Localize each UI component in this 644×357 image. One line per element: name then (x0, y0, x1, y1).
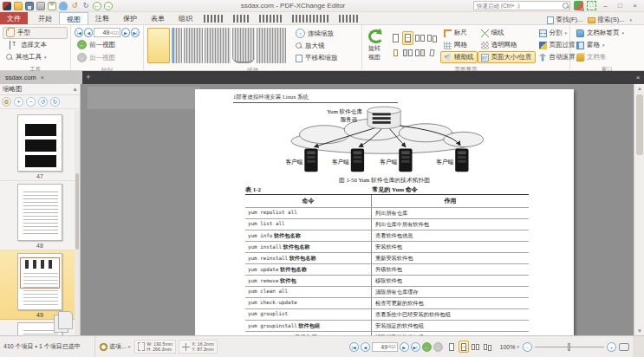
magnifier-button[interactable]: 放大镜 (292, 40, 342, 52)
thumbnail-page-48[interactable]: 48 (0, 181, 80, 250)
layout-extra-3-button[interactable] (414, 46, 426, 60)
undo-icon[interactable]: ↺ (70, 2, 79, 10)
maximize-button[interactable]: □ (615, 1, 626, 11)
viewport-rectangle[interactable] (20, 257, 60, 289)
zoom-slider-knob[interactable] (568, 343, 570, 351)
grid-toggle[interactable]: 网格 (440, 39, 478, 51)
other-tools-button[interactable]: 其他工具 ▾ (3, 51, 68, 63)
layout-single-page-button[interactable] (446, 341, 457, 353)
zoom-slider[interactable] (535, 342, 604, 352)
redo-icon[interactable]: ↻ (81, 2, 90, 10)
page-number-input[interactable]: 49/410 (94, 28, 120, 37)
tab-bar-close-icon[interactable]: × (632, 71, 644, 84)
last-page-button[interactable]: ▶| (131, 28, 140, 37)
thumbnail-page-47[interactable]: 47 (0, 112, 80, 181)
previous-view-button[interactable]: ← 前一视图 (74, 38, 140, 51)
find-button[interactable]: 查找(F)... (547, 16, 582, 24)
select-text-button[interactable]: 选择文本 (3, 39, 68, 51)
document-tab-close-icon[interactable]: × (41, 75, 44, 81)
scroll-up-icon[interactable]: ▲ (634, 84, 644, 93)
document-viewer[interactable]: 1部署虚拟环境安装 Linux 系统 (81, 84, 644, 335)
zoom-in-button[interactable]: + (607, 342, 616, 352)
layout-two-up-continuous-button[interactable] (483, 341, 493, 353)
zoom-preset-3[interactable] (184, 28, 203, 63)
document-set-button[interactable]: 文档集 (573, 51, 641, 63)
next-view-button[interactable]: → 后一视图 (74, 51, 140, 64)
ui-options-icon[interactable] (574, 1, 583, 10)
layout-two-up-continuous-button[interactable] (426, 31, 438, 45)
tab-illegible-3[interactable] (259, 15, 283, 23)
rotate-cw-button[interactable]: ↻ (50, 97, 60, 107)
prev-page-button[interactable]: ◀ (361, 342, 370, 352)
layout-single-page-button[interactable] (390, 31, 401, 45)
pdf-page[interactable]: 1部署虚拟环境安装 Linux 系统 (195, 89, 574, 335)
ribbon-collapse-icon[interactable]: ▾ (629, 17, 632, 23)
search-button[interactable]: 搜索(S)... (588, 16, 624, 24)
last-page-button[interactable]: ▶| (411, 342, 420, 352)
print-icon[interactable] (36, 2, 45, 10)
layout-two-up-button[interactable] (471, 341, 481, 353)
options-button[interactable]: 选项... ▾ (95, 342, 134, 351)
zoom-out-button[interactable]: − (523, 342, 532, 352)
zoom-preset-2[interactable] (172, 28, 182, 63)
zoom-level-dropdown[interactable]: 100% ▾ (497, 343, 523, 351)
hand-tool-button[interactable]: 手型 (3, 27, 68, 39)
zoom-preset-6[interactable] (257, 28, 286, 63)
guides-toggle[interactable]: 辅助线 (440, 51, 478, 63)
save-icon[interactable] (25, 2, 34, 10)
tab-view[interactable]: 视图 (59, 12, 88, 24)
thumbnails-options-gear-icon[interactable]: ⚙ (2, 97, 11, 107)
quick-launch-input[interactable] (474, 3, 563, 9)
zoom-preset-buttons[interactable] (146, 27, 292, 64)
tab-illegible-2[interactable] (233, 15, 250, 23)
thin-lines-toggle[interactable]: 细线 (478, 27, 536, 39)
layout-continuous-button[interactable] (459, 341, 469, 353)
cloud-icon[interactable] (59, 2, 68, 10)
layout-extra-1-button[interactable] (390, 46, 401, 60)
layout-extra-2-button[interactable] (402, 46, 413, 60)
next-page-button[interactable]: ▶ (400, 342, 409, 352)
tab-illegible-5[interactable] (339, 15, 358, 23)
back-view-icon[interactable]: ← (93, 2, 101, 10)
tab-illegible-1[interactable] (204, 15, 224, 23)
continuous-zoom-button[interactable]: ↕ 连续缩放 (292, 27, 342, 40)
first-page-button[interactable]: |◀ (75, 28, 83, 37)
tab-form[interactable]: 表单 (144, 12, 172, 24)
layout-extra-4-button[interactable] (426, 46, 438, 60)
fit-page-button[interactable] (619, 343, 629, 351)
vertical-scrollbar[interactable]: ▲ ▼ (634, 84, 644, 335)
tab-illegible-4[interactable] (292, 15, 330, 23)
minimize-button[interactable]: – (600, 1, 611, 11)
previous-view-button[interactable]: ← (422, 342, 432, 352)
close-button[interactable]: × (629, 1, 641, 11)
quick-launch-search[interactable] (473, 1, 570, 10)
forward-view-icon[interactable]: → (104, 2, 113, 10)
zoom-preset-active[interactable] (147, 28, 170, 63)
document-tab-active[interactable]: ssdax.com × (0, 71, 82, 84)
new-document-tab-button[interactable]: + (82, 71, 94, 84)
panes-button[interactable]: 窗格▾ (573, 39, 641, 51)
tab-file[interactable]: 文件 (0, 12, 28, 24)
rotate-view-button[interactable]: 旋转视图 (365, 27, 387, 63)
thumbnails-scrollbar[interactable] (75, 110, 80, 335)
transparent-grid-toggle[interactable]: 透明网格 (478, 39, 536, 51)
zoom-preset-5[interactable] (232, 28, 255, 63)
rotate-ccw-button[interactable]: ↺ (38, 97, 48, 107)
prev-page-button[interactable]: ◀ (84, 28, 93, 37)
app-logo-icon[interactable] (3, 2, 11, 10)
tab-organize[interactable]: 组织 (172, 12, 199, 24)
scroll-down-icon[interactable]: ▼ (634, 327, 644, 335)
document-tabs-button[interactable]: 文档标签页▾ (573, 27, 641, 39)
open-file-icon[interactable] (14, 2, 23, 10)
page-number-input[interactable]: 49/410 (372, 342, 398, 352)
tab-comment[interactable]: 注释 (88, 12, 116, 24)
pan-zoom-button[interactable]: 平移和缩放 (292, 52, 342, 64)
fullscreen-icon[interactable]: ⛶ (587, 1, 596, 10)
tab-home[interactable]: 开始 (31, 12, 59, 24)
email-icon[interactable] (48, 2, 56, 10)
thumbnails-zoom-in-button[interactable]: + (14, 97, 23, 107)
tab-protect[interactable]: 保护 (116, 12, 144, 24)
next-page-button[interactable]: ▶ (121, 28, 130, 37)
page-size-pos-toggle[interactable]: XY页面大小/位置 (478, 51, 536, 63)
next-view-button[interactable]: → (433, 342, 443, 352)
